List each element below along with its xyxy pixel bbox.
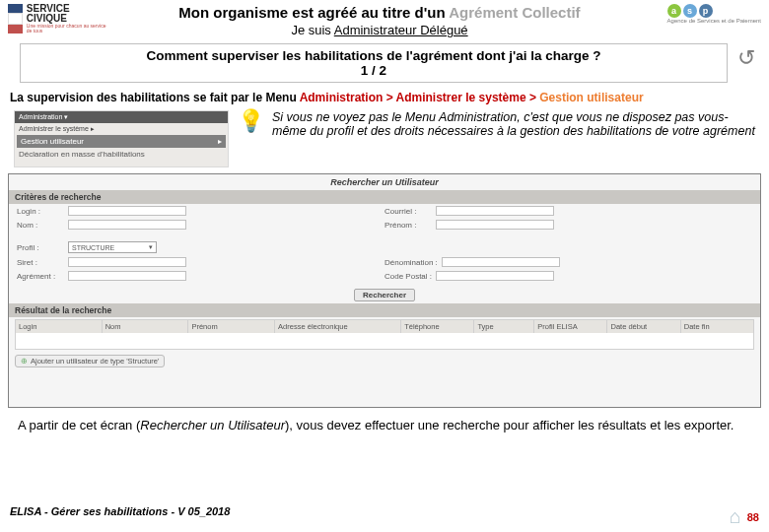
courriel-input[interactable] bbox=[436, 206, 554, 216]
tip-icon: 💡 bbox=[237, 110, 264, 132]
home-icon[interactable]: ⌂ bbox=[730, 505, 741, 528]
tip-text: Si vous ne voyez pas le Menu Administrat… bbox=[272, 110, 759, 138]
nom-input[interactable] bbox=[68, 220, 186, 230]
question-box: Comment superviser les habilitations de … bbox=[20, 43, 728, 83]
result-bar: Résultat de la recherche bbox=[9, 303, 760, 317]
logo-service-civique: SERVICE CIVIQUE Une mission pour chacun … bbox=[8, 4, 106, 33]
frame-title: Rechercher un Utilisateur bbox=[9, 174, 760, 190]
page-number: 88 bbox=[747, 511, 759, 523]
profil-select[interactable]: STRUCTURE▾ bbox=[68, 241, 157, 253]
add-user-button[interactable]: ⊕ Ajouter un utilisateur de type 'Struct… bbox=[15, 355, 165, 367]
search-button[interactable]: Rechercher bbox=[354, 289, 415, 301]
result-table: Login Nom Prénom Adresse électronique Té… bbox=[15, 319, 754, 350]
cp-input[interactable] bbox=[436, 271, 554, 281]
plus-icon: ⊕ bbox=[21, 357, 28, 366]
siret-input[interactable] bbox=[68, 257, 186, 267]
login-input[interactable] bbox=[68, 206, 186, 216]
menu-screenshot: Administration ▾ Administrer le système … bbox=[14, 110, 229, 167]
footer-left: ELISA - Gérer ses habilitations - V 05_2… bbox=[10, 505, 230, 528]
bottom-text: A partir de cet écran (Rechercher un Uti… bbox=[0, 412, 769, 436]
refresh-icon[interactable]: ↺ bbox=[734, 43, 759, 71]
criteria-bar: Critères de recherche bbox=[9, 190, 760, 204]
denom-input[interactable] bbox=[442, 257, 560, 267]
prenom-input[interactable] bbox=[436, 220, 554, 230]
agrement-input[interactable] bbox=[68, 271, 186, 281]
page-subtitle: Je suis Administrateur Délégué bbox=[106, 23, 653, 37]
app-frame: Rechercher un Utilisateur Critères de re… bbox=[8, 173, 761, 408]
logo-asp: a s p Agence de Services et de Paiement bbox=[653, 4, 761, 24]
page-title: Mon organisme est agréé au titre d'un Ag… bbox=[106, 4, 653, 21]
intro-text: La supervision des habilitations se fait… bbox=[0, 89, 769, 110]
